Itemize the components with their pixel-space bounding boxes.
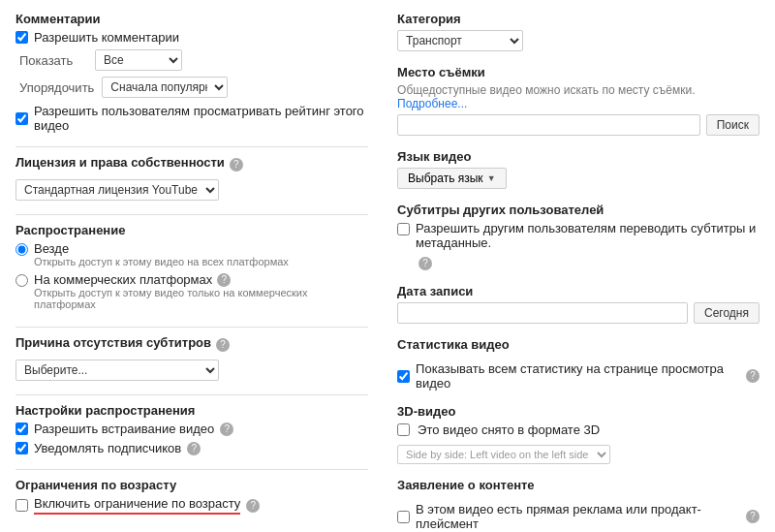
video3d-title: 3D-видео — [397, 404, 760, 419]
rating-label: Разрешить пользователям просматривать ре… — [34, 104, 368, 133]
content-declaration-title: Заявление о контенте — [397, 478, 535, 492]
category-title: Категория — [397, 12, 760, 26]
language-button[interactable]: Выбрать язык ▼ — [397, 168, 506, 189]
notify-info-icon[interactable]: ? — [187, 442, 201, 455]
notify-label: Уведомлять подписчиков — [34, 441, 181, 455]
user-subtitles-label: Разрешить другим пользователям переводит… — [416, 221, 760, 250]
embed-label: Разрешить встраивание видео — [34, 422, 214, 436]
subtitles-reason-info-icon[interactable]: ? — [216, 338, 230, 352]
distribution-title: Распространение — [16, 223, 368, 237]
age-restrict-checkbox[interactable] — [16, 499, 28, 512]
stats-info-icon[interactable]: ? — [746, 369, 760, 383]
stats-checkbox[interactable] — [397, 370, 410, 383]
embed-info-icon[interactable]: ? — [220, 422, 233, 436]
commercial-label: На коммерческих платформах — [34, 272, 212, 287]
comments-title: Комментарии — [16, 12, 368, 26]
stats-title: Статистика видео — [397, 337, 510, 352]
sort-select[interactable]: Сначала популярные Сначала новые — [102, 77, 228, 98]
video3d-label: Это видео снято в формате 3D — [418, 422, 600, 437]
location-search-button[interactable]: Поиск — [706, 114, 760, 136]
location-desc: Общедоступные видео можно искать по мест… — [397, 83, 760, 110]
user-subtitles-checkbox[interactable] — [397, 223, 410, 235]
location-link[interactable]: Подробнее... — [397, 97, 467, 110]
language-dropdown-arrow: ▼ — [487, 173, 496, 183]
allow-comments-label: Разрешить комментарии — [34, 30, 179, 45]
notify-checkbox[interactable] — [16, 442, 28, 454]
content-declaration-label: В этом видео есть прямая реклама или про… — [416, 502, 740, 531]
license-select[interactable]: Стандартная лицензия YouTube Creative Co… — [16, 179, 219, 201]
video3d-checkbox[interactable] — [397, 423, 410, 436]
user-subtitles-info-icon[interactable]: ? — [418, 257, 432, 270]
age-restrict-label: Включить ограничение по возрасту — [34, 496, 240, 515]
everywhere-radio[interactable] — [16, 243, 28, 256]
record-date-input[interactable] — [397, 302, 688, 324]
stats-label: Показывать всем статистику на странице п… — [416, 361, 740, 391]
language-title: Язык видео — [397, 149, 760, 164]
today-button[interactable]: Сегодня — [694, 302, 760, 324]
user-subtitles-title: Субтитры других пользователей — [397, 203, 760, 217]
show-label: Показать — [19, 53, 87, 68]
license-title: Лицензия и права собственности — [16, 155, 225, 170]
language-btn-label: Выбрать язык — [408, 172, 483, 185]
content-declaration-checkbox[interactable] — [397, 511, 410, 523]
video3d-select[interactable]: Side by side: Left video on the left sid… — [397, 445, 610, 464]
rating-checkbox[interactable] — [16, 112, 28, 125]
embed-checkbox[interactable] — [16, 422, 28, 435]
location-input[interactable] — [397, 114, 700, 136]
subtitles-reason-title: Причина отсутствия субтитров — [16, 335, 211, 350]
subtitles-reason-select[interactable]: Выберите... Нет субтитров — [16, 360, 219, 381]
commercial-radio[interactable] — [16, 274, 28, 287]
license-info-icon[interactable]: ? — [230, 158, 243, 172]
commercial-desc: Открыть доступ к этому видео только на к… — [34, 287, 368, 310]
age-title: Ограничения по возрасту — [16, 478, 368, 492]
everywhere-desc: Открыть доступ к этому видео на всех пла… — [34, 256, 289, 267]
sort-label: Упорядочить — [19, 80, 94, 95]
show-select[interactable]: Все Одобренные Отключить — [95, 49, 182, 71]
commercial-info-icon[interactable]: ? — [217, 273, 231, 287]
allow-comments-checkbox[interactable] — [16, 31, 28, 44]
content-declaration-info-icon[interactable]: ? — [746, 510, 760, 523]
record-date-title: Дата записи — [397, 284, 760, 298]
sharing-title: Настройки распространения — [16, 403, 368, 418]
location-title: Место съёмки — [397, 65, 760, 79]
category-select[interactable]: Транспорт Авто Музыка Игры Образование — [397, 30, 523, 51]
everywhere-label: Везде — [34, 241, 289, 256]
age-info-icon[interactable]: ? — [246, 499, 260, 513]
